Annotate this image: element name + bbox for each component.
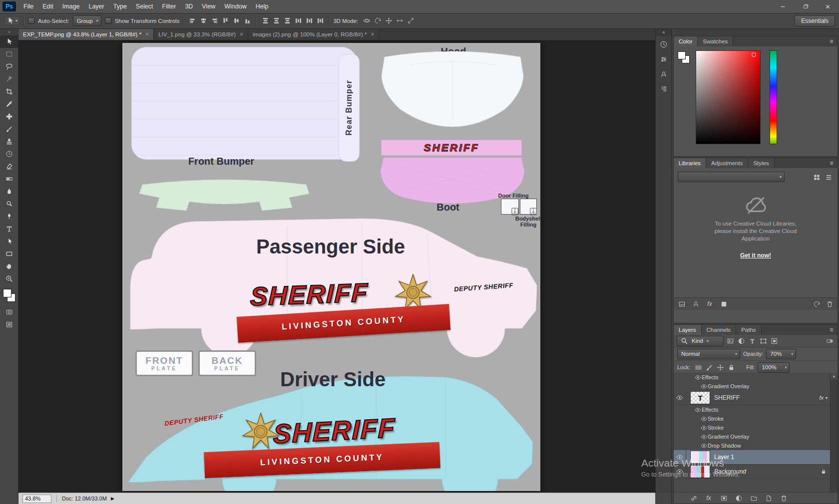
library-character-style-icon[interactable] [691,299,701,309]
close-tab-icon[interactable]: × [371,31,374,37]
effect-row[interactable]: Stroke [674,423,831,432]
tool-preset-picker[interactable]: ▾ [4,16,20,25]
tool-dodge[interactable] [0,198,18,210]
distribute-top-icon[interactable] [260,16,270,26]
effects-header-row[interactable]: Effects [674,405,831,414]
panel-menu-icon[interactable]: ≡ [826,36,838,46]
foreground-color-swatch[interactable] [3,289,11,297]
layer-group-icon[interactable] [749,493,759,503]
tool-gradient[interactable] [0,173,18,185]
layer-mask-icon[interactable] [719,493,729,503]
visibility-toggle[interactable] [700,384,708,389]
get-it-now-link[interactable]: Get it now! [674,252,838,259]
tool-clone-stamp[interactable] [0,135,18,148]
scroll-up-icon[interactable]: ▲ [831,373,838,380]
layer-thumbnail[interactable] [690,465,710,478]
effect-row[interactable]: Gradient Overlay [674,432,831,441]
panel-menu-icon[interactable]: ≡ [826,158,838,168]
tool-lasso[interactable] [0,60,18,73]
auto-select-target-dropdown[interactable]: Group▾ [73,15,101,26]
align-bottom-icon[interactable] [242,16,252,26]
filter-smart-objects-icon[interactable] [769,336,779,346]
tab-paths[interactable]: Paths [736,325,761,335]
collapse-tools-icon[interactable]: » [0,29,18,35]
menu-filter[interactable]: Filter [158,0,181,13]
lock-transparent-icon[interactable] [693,362,703,372]
visibility-toggle[interactable] [694,408,702,412]
library-sync-icon[interactable] [812,299,822,309]
3d-slide-icon[interactable] [395,16,405,26]
opacity-dropdown[interactable]: 70%▾ [766,349,796,359]
menu-window[interactable]: Window [220,0,251,13]
tool-crop[interactable] [0,85,18,98]
tool-move[interactable] [0,35,18,48]
tool-pen[interactable] [0,210,18,223]
tab-layers[interactable]: Layers [674,325,702,335]
visibility-toggle[interactable] [694,375,702,380]
visibility-toggle[interactable] [700,426,708,430]
character-panel-icon[interactable] [656,67,672,81]
layer-thumbnail[interactable] [690,451,710,464]
foreground-color-swatch[interactable] [678,51,686,59]
history-panel-icon[interactable] [656,37,672,51]
visibility-toggle[interactable] [700,435,708,439]
close-tab-icon[interactable]: × [145,31,149,37]
tab-channels[interactable]: Channels [702,325,737,335]
3d-pan-icon[interactable] [384,16,394,26]
3d-orbit-icon[interactable] [362,16,372,26]
effect-row[interactable]: Gradient Overlay [674,382,831,391]
lock-paint-icon[interactable] [704,362,714,372]
tool-quick-mask-mode[interactable] [0,306,18,318]
align-center-h-icon[interactable] [198,16,208,26]
effects-header-row[interactable]: Effects [674,373,831,382]
layer-filter-dropdown[interactable]: Kind▾ [677,336,724,346]
layer-row[interactable]: Layer 1 [674,450,831,465]
adjustment-layer-icon[interactable] [734,493,744,503]
zoom-level-field[interactable]: 43.8% [22,495,51,503]
list-view-icon[interactable] [824,172,834,182]
document-canvas[interactable]: Rear Bumper Hood SHERIFF Boot Front Bump… [122,43,540,491]
library-color-icon[interactable] [719,299,729,309]
menu-type[interactable]: Type [109,0,131,13]
paragraph-panel-icon[interactable] [656,82,672,96]
close-tab-icon[interactable]: × [240,31,243,37]
distribute-left-icon[interactable] [293,16,303,26]
menu-help[interactable]: Help [251,0,273,13]
document-tab[interactable]: LIV_1.png @ 33.3% (RGB/8#)× [154,29,248,40]
lock-all-icon[interactable] [726,362,736,372]
menu-image[interactable]: Image [58,0,84,13]
foreground-background-swatches[interactable] [0,288,18,306]
blend-mode-dropdown[interactable]: Normal▾ [677,349,740,359]
visibility-toggle[interactable] [674,465,686,479]
align-right-icon[interactable] [209,16,219,26]
menu-layer[interactable]: Layer [84,0,108,13]
align-center-v-icon[interactable] [231,16,241,26]
distribute-center-h-icon[interactable] [304,16,314,26]
saturation-brightness-field[interactable] [696,50,761,144]
layer-thumbnail[interactable]: T [690,391,710,404]
distribute-right-icon[interactable] [315,16,325,26]
tool-zoom[interactable] [0,272,18,285]
visibility-toggle[interactable] [700,417,708,421]
hue-slider[interactable] [770,50,777,144]
close-button[interactable] [817,0,839,13]
tab-swatches[interactable]: Swatches [698,36,733,46]
tool-path-selection[interactable] [0,235,18,248]
layer-effects-badge[interactable]: fx ▾ [819,395,831,401]
layer-effects-icon[interactable]: fx [704,493,714,503]
tool-magic-wand[interactable] [0,73,18,85]
menu-select[interactable]: Select [131,0,158,13]
link-layers-icon[interactable] [689,493,699,503]
status-options-icon[interactable]: ▶ [111,496,114,501]
tab-styles[interactable]: Styles [748,158,774,168]
library-graphic-icon[interactable] [677,299,687,309]
new-layer-icon[interactable] [764,493,774,503]
lock-move-icon[interactable] [715,362,725,372]
grid-view-icon[interactable] [812,172,822,182]
expand-panels-icon[interactable]: « [656,29,672,36]
menu-file[interactable]: File [19,0,38,13]
distribute-bottom-icon[interactable] [282,16,292,26]
align-left-icon[interactable] [187,16,197,26]
tool-brush[interactable] [0,123,18,135]
align-top-icon[interactable] [220,16,230,26]
